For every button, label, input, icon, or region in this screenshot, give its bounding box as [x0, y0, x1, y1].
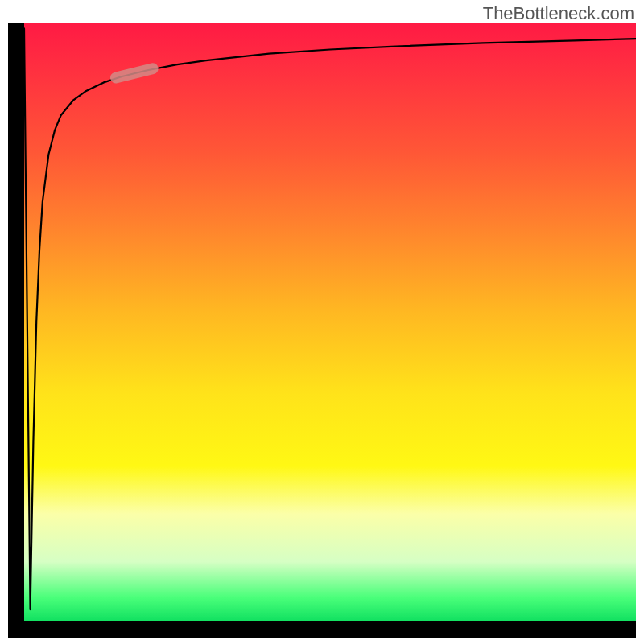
chart-frame: [8, 23, 636, 638]
bottleneck-curve: [24, 28, 636, 609]
watermark-text: TheBottleneck.com: [483, 3, 634, 24]
chart-plot-area: [24, 23, 636, 621]
highlight-marker: [116, 68, 153, 77]
chart-svg: [24, 23, 636, 621]
